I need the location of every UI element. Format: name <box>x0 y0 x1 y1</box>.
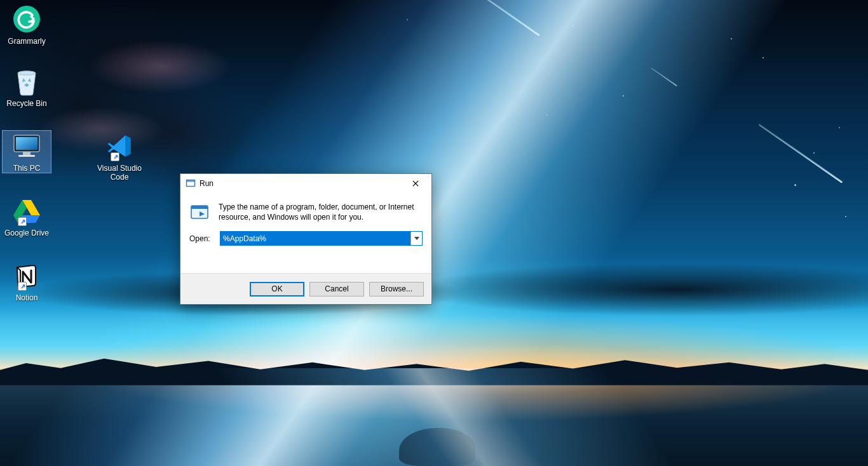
ok-button[interactable]: OK <box>250 282 304 296</box>
vscode-icon <box>104 131 135 161</box>
run-dialog: Run Type the name of a program, folder, … <box>180 173 432 305</box>
notion-icon <box>11 260 42 291</box>
recycle-bin-icon <box>11 66 42 97</box>
close-icon <box>412 180 419 187</box>
shortcut-arrow-icon <box>18 217 27 226</box>
desktop-icon-label: Grammarly <box>3 37 51 46</box>
this-pc-icon <box>11 131 42 161</box>
desktop-icon-label: This PC <box>3 164 51 173</box>
desktop-icons-layer: Grammarly Recycle Bin <box>0 0 868 466</box>
run-title: Run <box>200 179 401 188</box>
shortcut-arrow-icon <box>111 152 119 161</box>
desktop-icon-label: Notion <box>3 293 51 302</box>
open-input[interactable] <box>220 232 410 245</box>
close-button[interactable] <box>401 174 430 193</box>
desktop-icon-label: Google Drive <box>3 229 51 237</box>
run-titlebar[interactable]: Run <box>180 174 431 193</box>
shortcut-arrow-icon <box>18 282 27 291</box>
svg-rect-6 <box>18 155 35 157</box>
google-drive-icon <box>11 196 42 226</box>
open-combobox[interactable] <box>220 231 423 246</box>
desktop-icon-recycle-bin[interactable]: Recycle Bin <box>3 66 51 108</box>
grammarly-icon <box>11 4 42 34</box>
run-footer: OK Cancel Browse... <box>180 273 431 304</box>
svg-point-1 <box>18 71 36 75</box>
svg-rect-10 <box>191 206 208 209</box>
combobox-dropdown-button[interactable] <box>410 232 422 245</box>
desktop-icon-vscode[interactable]: Visual Studio Code <box>90 131 149 182</box>
svg-rect-5 <box>23 152 31 155</box>
run-window-icon <box>186 178 196 189</box>
desktop-icon-this-pc[interactable]: This PC <box>3 131 51 173</box>
run-description: Type the name of a program, folder, docu… <box>219 202 423 223</box>
desktop-icon-label: Visual Studio Code <box>90 164 149 182</box>
open-label: Open: <box>189 234 214 243</box>
desktop-icon-label: Recycle Bin <box>3 99 51 108</box>
svg-rect-4 <box>16 137 37 150</box>
chevron-down-icon <box>414 237 419 240</box>
desktop-icon-grammarly[interactable]: Grammarly <box>3 4 51 46</box>
run-app-icon <box>189 202 211 223</box>
browse-button[interactable]: Browse... <box>369 282 424 296</box>
desktop-icon-notion[interactable]: Notion <box>3 260 51 302</box>
svg-rect-8 <box>187 180 195 182</box>
desktop-icon-google-drive[interactable]: Google Drive <box>3 196 51 237</box>
cancel-button[interactable]: Cancel <box>309 282 364 296</box>
